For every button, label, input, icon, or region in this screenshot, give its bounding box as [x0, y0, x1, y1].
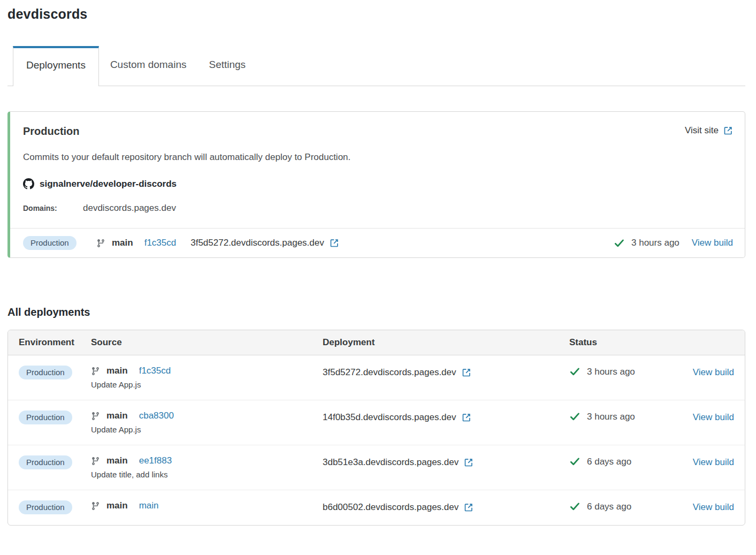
view-build-link[interactable]: View build: [693, 367, 734, 377]
view-build-link[interactable]: View build: [693, 412, 734, 422]
domains-label: Domains:: [23, 204, 71, 212]
deployment-url: b6d00502.devdiscords.pages.dev: [323, 502, 459, 513]
table-row: Production main f1c35cd Update App.js 3f…: [8, 355, 745, 400]
tab-deployments[interactable]: Deployments: [13, 46, 99, 86]
view-build-link[interactable]: View build: [692, 238, 733, 248]
deploy-time: 3 hours ago: [631, 238, 679, 248]
environment-badge: Production: [19, 500, 72, 514]
deploy-time: 6 days ago: [587, 457, 631, 467]
deployment-url: 14f0b35d.devdiscords.pages.dev: [323, 412, 456, 423]
table-body: Production main f1c35cd Update App.js 3f…: [8, 355, 745, 525]
commit-link[interactable]: ee1f883: [139, 455, 172, 466]
deploy-time: 3 hours ago: [587, 412, 635, 422]
git-branch-icon: [91, 367, 100, 376]
deploy-time: 3 hours ago: [587, 367, 635, 377]
commit-link[interactable]: f1c35cd: [139, 366, 171, 376]
deployment-url: 3db51e3a.devdiscords.pages.dev: [323, 457, 459, 468]
branch-name: main: [106, 500, 128, 511]
deployment-url: 3f5d5272.devdiscords.pages.dev: [323, 367, 456, 378]
commit-message: Update App.js: [91, 425, 323, 434]
external-link-icon[interactable]: [462, 413, 471, 422]
production-deployment-row: Production main f1c35cd 3f5d5272.devdisc…: [10, 228, 745, 257]
pages-project-page: devdiscords Deployments Custom domains S…: [0, 0, 756, 536]
success-check-icon: [569, 411, 581, 422]
git-branch-icon: [91, 501, 100, 511]
github-icon: [23, 178, 34, 189]
table-row: Production main main b6d00502.devdiscord…: [8, 490, 745, 525]
environment-badge: Production: [19, 455, 72, 469]
git-branch-icon: [91, 412, 100, 421]
commit-link[interactable]: cba8300: [139, 410, 174, 421]
commit-link[interactable]: main: [139, 500, 159, 511]
page-title: devdiscords: [7, 6, 745, 22]
column-source: Source: [91, 337, 323, 348]
branch-name: main: [106, 455, 128, 466]
column-deployment: Deployment: [323, 337, 569, 348]
branch-name: main: [106, 410, 128, 421]
git-branch-icon: [91, 457, 100, 466]
success-check-icon: [569, 501, 581, 512]
production-card: Production Visit site Commits to your de…: [7, 111, 745, 258]
environment-badge: Production: [23, 236, 77, 250]
view-build-link[interactable]: View build: [693, 457, 734, 467]
production-description: Commits to your default repository branc…: [23, 152, 733, 163]
external-link-icon[interactable]: [330, 238, 339, 248]
success-check-icon: [569, 456, 581, 467]
view-build-link[interactable]: View build: [693, 502, 734, 512]
success-check-icon: [614, 238, 625, 249]
table-row: Production main ee1f883 Update title, ad…: [8, 445, 745, 490]
deployments-table: Environment Source Deployment Status Pro…: [7, 330, 745, 526]
environment-badge: Production: [19, 410, 72, 424]
column-environment: Environment: [19, 337, 91, 348]
deploy-time: 6 days ago: [587, 501, 631, 512]
external-link-icon[interactable]: [464, 458, 474, 467]
external-link-icon[interactable]: [462, 368, 471, 377]
commit-link[interactable]: f1c35cd: [144, 238, 177, 248]
table-row: Production main cba8300 Update App.js 14…: [8, 400, 745, 445]
success-check-icon: [569, 366, 581, 377]
branch-name: main: [112, 238, 133, 248]
tab-custom-domains[interactable]: Custom domains: [99, 46, 198, 86]
tab-bar: Deployments Custom domains Settings: [7, 46, 745, 86]
domains-value: devdiscords.pages.dev: [83, 203, 176, 214]
external-link-icon: [723, 126, 733, 135]
tab-settings[interactable]: Settings: [197, 46, 257, 86]
column-status: Status: [569, 337, 686, 348]
external-link-icon[interactable]: [464, 503, 474, 512]
environment-badge: Production: [19, 366, 72, 379]
deployment-url: 3f5d5272.devdiscords.pages.dev: [190, 238, 324, 248]
repository-name: signalnerve/developer-discords: [40, 179, 177, 189]
git-branch-icon: [96, 239, 105, 248]
branch-name: main: [106, 366, 128, 376]
table-header: Environment Source Deployment Status: [8, 330, 745, 355]
commit-message: Update title, add links: [91, 470, 323, 479]
production-card-title: Production: [23, 125, 80, 138]
commit-message: Update App.js: [91, 380, 323, 389]
all-deployments-title: All deployments: [7, 306, 745, 318]
visit-site-link[interactable]: Visit site: [685, 125, 733, 136]
visit-site-label: Visit site: [685, 125, 719, 136]
